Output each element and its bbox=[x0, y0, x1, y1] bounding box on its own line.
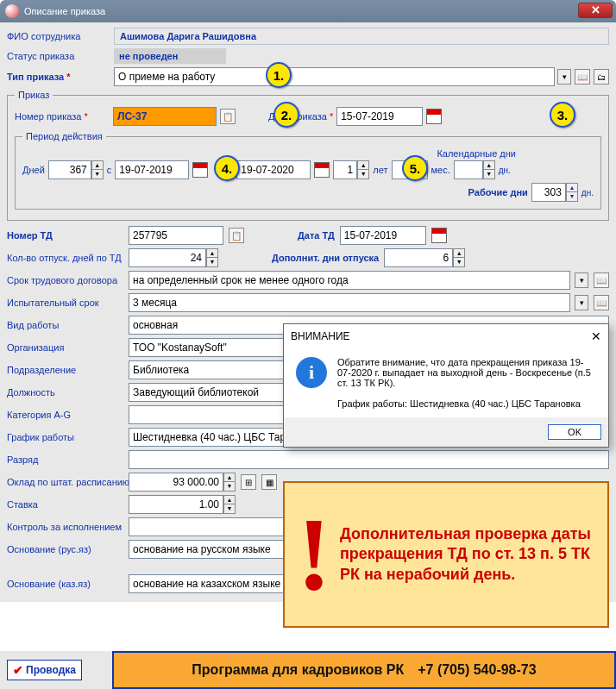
employee-name: Ашимова Дарига Рашидовна bbox=[114, 28, 609, 45]
contract-term-label: Срок трудового договора bbox=[7, 275, 123, 285]
date-from-cal-icon[interactable] bbox=[192, 162, 208, 178]
workdays-label: Рабочие дни bbox=[468, 187, 528, 197]
program-bar: Программа для кадровиков РК +7 (705) 540… bbox=[112, 651, 616, 689]
program-text: Программа для кадровиков РК bbox=[192, 662, 404, 678]
caldays-suffix: дн. bbox=[499, 166, 511, 175]
category-label: Категория A-G bbox=[7, 410, 123, 420]
salary-spinner[interactable]: ▲▼ bbox=[129, 473, 236, 492]
td-date-cal-icon[interactable] bbox=[431, 228, 447, 243]
warning-popup: ВНИМАНИЕ ✕ i Обратите внимание, что дата… bbox=[283, 323, 609, 448]
contract-term-dropdown[interactable]: ▾ bbox=[575, 272, 588, 288]
td-number-gen-icon[interactable]: 📋 bbox=[229, 228, 244, 243]
order-type-dropdown-button[interactable]: ▾ bbox=[557, 69, 571, 85]
workdays-spinner[interactable]: ▲▼ bbox=[531, 183, 578, 202]
check-banner: ! Дополнительная проверка даты прекращен… bbox=[283, 481, 609, 628]
banner-text: Дополнительная проверка даты прекращения… bbox=[340, 524, 595, 585]
salary-calc-icon[interactable]: ⊞ bbox=[241, 474, 256, 490]
probation-label: Испытательный срок bbox=[7, 298, 123, 308]
popup-message-1: Обратите внимание, что дата прекращения … bbox=[337, 357, 596, 388]
check-icon: ✔ bbox=[13, 663, 23, 677]
card-icon[interactable]: 🗂 bbox=[594, 69, 609, 85]
from-label: с bbox=[107, 165, 112, 175]
popup-title: ВНИМАНИЕ bbox=[291, 330, 350, 342]
period-legend: Период действия bbox=[22, 131, 106, 141]
salary-input[interactable] bbox=[129, 473, 223, 492]
popup-message-2: График работы: Шестидневка (40 час.) ЦБС… bbox=[337, 398, 596, 409]
months-label: мес. bbox=[431, 165, 450, 175]
order-number-label: Номер приказа bbox=[15, 111, 110, 122]
order-fieldset: Приказ Номер приказа 📋 2. Дата приказа 3… bbox=[7, 90, 609, 221]
date-to-input[interactable] bbox=[236, 160, 311, 179]
marker-3: 3. bbox=[550, 102, 575, 128]
calendar-days-label: Календарные дни bbox=[437, 148, 516, 159]
rate-input[interactable] bbox=[129, 495, 223, 514]
app-icon bbox=[5, 4, 19, 18]
vacation-days-label: Кол-во отпуск. дней по ТД bbox=[7, 253, 123, 263]
date-to-cal-icon[interactable] bbox=[314, 162, 330, 178]
close-button[interactable]: ✕ bbox=[578, 3, 613, 18]
days-label: Дней bbox=[22, 165, 45, 175]
schedule-label: График работы bbox=[7, 432, 123, 442]
employee-label: ФИО сотрудника bbox=[7, 31, 110, 41]
caldays-spinner[interactable]: ▲▼ bbox=[454, 160, 495, 179]
window-title: Описание приказа bbox=[24, 6, 105, 16]
workdays-suffix: дн. bbox=[581, 188, 594, 197]
workdays-input[interactable] bbox=[531, 183, 566, 202]
years-input[interactable] bbox=[333, 160, 357, 179]
vacation-days-input[interactable] bbox=[129, 248, 206, 267]
exclamation-icon: ! bbox=[297, 508, 331, 601]
book-icon[interactable]: 📖 bbox=[575, 69, 590, 85]
generate-number-icon[interactable]: 📋 bbox=[220, 109, 236, 124]
popup-close-icon[interactable]: ✕ bbox=[591, 329, 601, 343]
td-date-input[interactable] bbox=[340, 226, 426, 245]
caldays-input[interactable] bbox=[454, 160, 483, 179]
date-from-input[interactable] bbox=[115, 160, 189, 179]
rate-label: Ставка bbox=[7, 499, 123, 510]
marker-2: 2. bbox=[273, 102, 299, 128]
popup-ok-button[interactable]: OK bbox=[548, 424, 601, 440]
td-date-label: Дата ТД bbox=[298, 230, 335, 241]
contract-term-select[interactable]: на определенный срок не менее одного год… bbox=[129, 271, 570, 290]
order-number-input[interactable] bbox=[113, 107, 217, 126]
salary-label: Оклад по штат. расписанию bbox=[7, 477, 123, 487]
order-type-value: О приеме на работу bbox=[118, 71, 215, 83]
provodka-button[interactable]: ✔ Проводка bbox=[7, 660, 82, 680]
order-type-select[interactable]: О приеме на работу bbox=[114, 67, 555, 86]
rank-input[interactable] bbox=[129, 450, 609, 469]
order-legend: Приказ bbox=[15, 90, 53, 100]
footer: ✔ Проводка Программа для кадровиков РК +… bbox=[0, 651, 616, 689]
contract-term-book-icon[interactable]: 📖 bbox=[594, 272, 609, 288]
program-phone: +7 (705) 540-98-73 bbox=[418, 662, 536, 678]
status-value: не проведен bbox=[114, 48, 226, 64]
days-input[interactable] bbox=[48, 160, 91, 179]
provodka-label: Проводка bbox=[26, 664, 76, 676]
years-spinner[interactable]: ▲▼ bbox=[333, 160, 369, 179]
order-date-cal-icon[interactable] bbox=[426, 109, 442, 124]
vacation-days-spinner[interactable]: ▲▼ bbox=[129, 248, 218, 267]
order-type-label: Тип приказа bbox=[7, 72, 110, 82]
marker-1: 1. bbox=[266, 62, 292, 88]
probation-select[interactable]: 3 месяца bbox=[129, 293, 570, 312]
status-label: Статус приказа bbox=[7, 51, 110, 61]
td-number-input[interactable] bbox=[129, 226, 223, 245]
order-date-input[interactable] bbox=[336, 107, 423, 126]
marker-5: 5. bbox=[402, 155, 428, 181]
rate-spinner[interactable]: ▲▼ bbox=[129, 495, 236, 514]
control-label: Контроль за исполнением bbox=[7, 522, 123, 532]
marker-4: 4. bbox=[214, 155, 240, 181]
probation-book-icon[interactable]: 📖 bbox=[594, 295, 609, 310]
rank-label: Разряд bbox=[7, 454, 123, 465]
add-vacation-input[interactable] bbox=[384, 248, 453, 267]
salary-table-icon[interactable]: ▦ bbox=[261, 474, 277, 490]
basis-ru-label: Основание (рус.яз) bbox=[7, 544, 123, 554]
info-icon: i bbox=[296, 357, 327, 388]
period-fieldset: Период действия Календарные дни Дней ▲▼ … bbox=[15, 131, 601, 210]
probation-dropdown[interactable]: ▾ bbox=[575, 295, 588, 310]
years-label: лет bbox=[373, 165, 387, 175]
add-vacation-spinner[interactable]: ▲▼ bbox=[384, 248, 465, 267]
basis-kz-label: Основание (каз.яз) bbox=[7, 579, 123, 589]
days-spinner[interactable]: ▲▼ bbox=[48, 160, 104, 179]
titlebar: Описание приказа ✕ bbox=[0, 0, 616, 22]
td-number-label: Номер ТД bbox=[7, 230, 123, 241]
dept-label: Подразделение bbox=[7, 365, 123, 375]
